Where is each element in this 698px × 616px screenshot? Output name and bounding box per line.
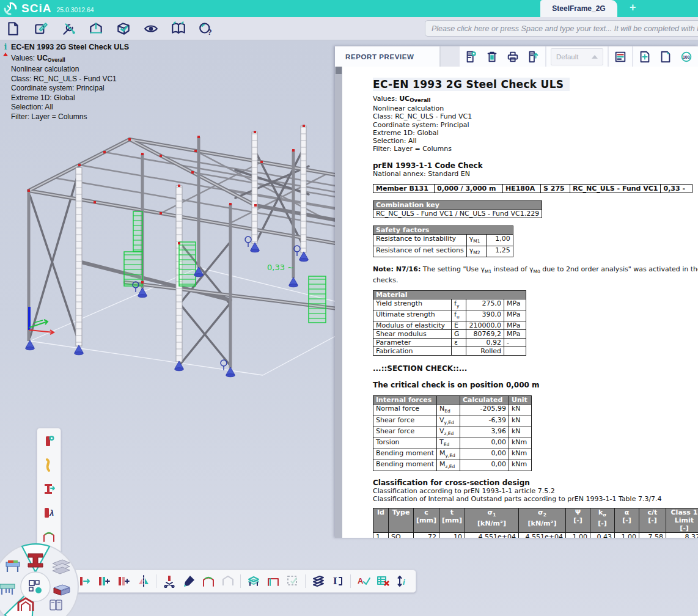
- section-check-heading: ...::SECTION CHECK::...: [373, 364, 698, 373]
- svg-text:i: i: [403, 578, 405, 587]
- main-toolbar-icons: ?: [4, 19, 216, 38]
- multi-copy-icon: [117, 574, 131, 588]
- frame-ghost-button[interactable]: [219, 573, 236, 590]
- check-model-icon: [116, 21, 131, 37]
- combination-key-table: Combination keyRC_NC_ULS - Fund VC1 / NC…: [373, 200, 542, 218]
- frame-button[interactable]: [200, 573, 216, 590]
- check-model-button[interactable]: [114, 19, 133, 38]
- green-result-diagrams: [124, 211, 326, 323]
- select-button[interactable]: [284, 573, 301, 590]
- table-row: Shear modulusG80769,2MPa: [373, 330, 526, 339]
- export-report-button[interactable]: [524, 48, 543, 65]
- rename-button[interactable]: I: [329, 573, 346, 590]
- new-tab-button[interactable]: +: [630, 1, 636, 14]
- fit-page-button[interactable]: [636, 48, 654, 65]
- classification-lines: Classification according to prEN 1993-1-…: [373, 487, 698, 503]
- brush-icon: [182, 574, 196, 588]
- copy-icon: [97, 574, 112, 588]
- check-values-line: Values: UCOverall: [11, 54, 129, 65]
- zoom-100-button[interactable]: 100: [677, 48, 696, 65]
- report-page[interactable]: EC-EN 1993 2G Steel Check ULS Values: UC…: [342, 67, 698, 538]
- check-info-lines: Nonlinear calculationClass: RC_NC_ULS - …: [11, 65, 129, 122]
- print-report-icon: [506, 50, 520, 64]
- single-page-button[interactable]: [656, 48, 675, 65]
- member-summary-table: Member B1310,000 / 3,000 mHE180AS 275RC_…: [373, 184, 692, 193]
- table-row: FabricationRolled: [373, 347, 526, 356]
- table-row: Shear forceVz,Ed3,96kN: [373, 427, 532, 438]
- toolbar-separator: [240, 574, 241, 588]
- report-values-line: Values: UCOverall: [373, 95, 698, 105]
- library-button[interactable]: [169, 19, 188, 38]
- critical-check-line: The critical check is on position 0,000 …: [373, 381, 698, 389]
- report-info-line: Nonlinear calculation: [373, 105, 698, 112]
- check-info-line: Extreme 1D: Global: [11, 94, 129, 103]
- internal-forces-table: Internal forcesCalculatedUnitNormal forc…: [373, 395, 532, 471]
- spotlight-input[interactable]: [425, 20, 698, 37]
- visibility-button[interactable]: [141, 19, 161, 38]
- table-row: Material: [373, 290, 526, 299]
- copy-button[interactable]: [96, 573, 112, 590]
- ucs-triad: [29, 307, 54, 334]
- multi-copy-button[interactable]: [116, 573, 132, 590]
- deck-button[interactable]: [245, 573, 262, 590]
- dimension-info-button[interactable]: i: [394, 573, 411, 590]
- delete-table-button[interactable]: [375, 573, 391, 590]
- workstation-wheel[interactable]: [0, 540, 84, 616]
- table-of-contents-button[interactable]: [611, 48, 630, 65]
- report-toolbar-group-dropdown: Default: [545, 46, 608, 67]
- help-icon: ?: [198, 21, 214, 37]
- edit-project-button[interactable]: [31, 19, 51, 38]
- check-info-line: Coordinate system: Principal: [11, 84, 129, 94]
- layers-button[interactable]: [310, 573, 326, 590]
- member-settings-button[interactable]: [39, 431, 59, 451]
- report-doc-title: EC-EN 1993 2G Steel Check ULS: [373, 78, 570, 91]
- frame-icon: [201, 574, 216, 588]
- export-report-icon: [527, 50, 540, 64]
- project-tab[interactable]: SteelFrame_2G: [540, 0, 617, 17]
- title-bar: SCiA 25.0.3012.64 SteelFrame_2G +: [0, 0, 698, 17]
- section-check-button[interactable]: [39, 479, 59, 499]
- check-info-line: Selection: All: [11, 103, 129, 112]
- wheel-hub[interactable]: [21, 572, 50, 601]
- table-row: Ultimate strengthfu390,0MPa: [373, 310, 526, 321]
- table-row: IdTypec[mm]t[mm]σ1[kN/m²]σ2[kN/m²]Ψ[-]kσ…: [373, 508, 698, 533]
- svg-text:100: 100: [683, 54, 690, 59]
- model-button[interactable]: [86, 19, 106, 38]
- brush-button[interactable]: [180, 573, 197, 590]
- delete-report-button[interactable]: [483, 48, 501, 65]
- check-info-overlay: i EC-EN 1993 2G Steel Check ULS Values: …: [1, 43, 129, 122]
- new-project-button[interactable]: [4, 19, 23, 38]
- model-icon: [88, 21, 104, 37]
- print-report-button[interactable]: [504, 48, 522, 65]
- report-template-dropdown[interactable]: Default: [551, 48, 603, 65]
- new-project-icon: [6, 21, 21, 37]
- spell-check-button[interactable]: A: [355, 573, 372, 590]
- trim-button[interactable]: [161, 573, 177, 590]
- stability-icon: λ: [42, 505, 56, 520]
- brand-text: SCiA: [21, 2, 51, 15]
- note-paragraph: Note: N7/16: The setting "Use γM1 instea…: [373, 265, 698, 276]
- report-left-strip[interactable]: [335, 67, 342, 538]
- check-info-line: Filter: Layer = Columns: [11, 112, 129, 122]
- tools-button[interactable]: [59, 19, 78, 38]
- books-icon[interactable]: [50, 600, 62, 610]
- table-row: Resistance of net sectionsγM21,25: [373, 246, 513, 257]
- single-page-icon: [659, 50, 672, 64]
- regenerate-report-button[interactable]: [462, 48, 480, 65]
- classification-heading: Classification for cross-section design: [373, 479, 698, 487]
- help-button[interactable]: ?: [196, 19, 216, 38]
- report-toolbar-group-2: [608, 46, 632, 67]
- member-settings-icon: [42, 434, 56, 449]
- mirror-button[interactable]: [135, 573, 152, 590]
- deformed-shape-button[interactable]: [39, 455, 59, 475]
- table-row: Shear forceVy,Ed-6,39kN: [373, 416, 532, 427]
- select-icon: [285, 574, 300, 588]
- svg-text:A: A: [358, 576, 364, 585]
- table-row: Safety factors: [373, 226, 513, 235]
- code-check-heading: prEN 1993-1-1 Code Check: [373, 161, 698, 170]
- portal-button[interactable]: [265, 573, 281, 590]
- classification-table: IdTypec[mm]t[mm]σ1[kN/m²]σ2[kN/m²]Ψ[-]kσ…: [373, 508, 698, 538]
- main-toolbar: ?: [0, 17, 698, 40]
- stability-button[interactable]: λ: [39, 503, 59, 522]
- info-icon[interactable]: i: [1, 43, 10, 56]
